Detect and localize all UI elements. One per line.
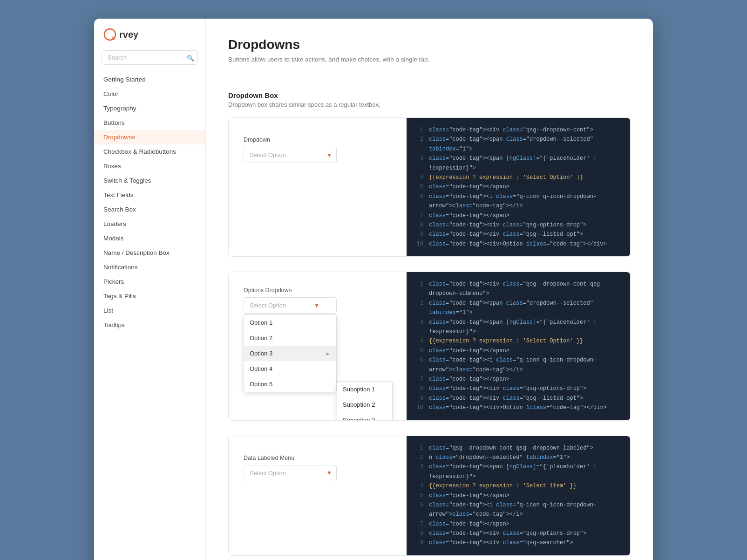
sidebar-item-getting-started[interactable]: Getting Started	[94, 72, 205, 87]
sidebar-item-color[interactable]: Color	[94, 87, 205, 101]
code-line: 2 n class="dropdown--selected" tabindex=…	[416, 453, 621, 462]
submenu: Suboption 1 Suboption 2 Suboption 3	[337, 381, 393, 420]
suboption-2[interactable]: Suboption 2	[337, 397, 392, 412]
demo-card-options: Options Dropdown Select Option ▼ Option …	[228, 272, 631, 420]
option-2[interactable]: Option 2	[244, 330, 336, 346]
section-title-dropdown-box: Dropdown Box	[228, 91, 631, 99]
code-line: 1class="code-tag"><div class="qsg--dropd…	[416, 280, 621, 299]
sidebar-item-buttons[interactable]: Buttons	[94, 116, 205, 130]
sidebar-item-text-fields[interactable]: Text Fields	[94, 188, 205, 202]
code-line: 7 class="code-tag"></span>	[416, 211, 621, 220]
sidebar-item-search-box[interactable]: Search Box	[94, 202, 205, 217]
demo-card-dropdown-box: Dropdown Select Option ▼ 1class="code-ta…	[228, 117, 631, 257]
search-input[interactable]	[102, 50, 198, 65]
code-line: 2 class="code-tag"><span class="dropdown…	[416, 299, 621, 318]
demo-pane-labeled: Data Labeled Menu Select Option ▼	[229, 436, 407, 555]
options-dropdown-label: Options Dropdown	[244, 287, 292, 294]
code-line: 4 {{expression ? expression : 'Select Op…	[416, 173, 621, 182]
code-line: 6 class="code-tag"><i class="q-icon q-ic…	[416, 355, 621, 375]
code-line: 5 class="code-tag"></span>	[416, 182, 621, 191]
labeled-menu-label: Data Labeled Menu	[244, 455, 294, 461]
dropdown-box-select[interactable]: Select Option	[244, 147, 337, 163]
sidebar-item-switch[interactable]: Switch & Toggles	[94, 173, 205, 188]
section-data-labeled: Data Labeled Menu Select Option ▼ 1 clas…	[228, 436, 631, 556]
code-line: 3 class="code-tag"><span [ngClass]="{'pl…	[416, 318, 621, 337]
code-line: 1class="code-tag"><div class="qsg--dropd…	[416, 125, 621, 135]
option-3[interactable]: Option 3 ► Suboption 1 Suboption 2 Subop…	[244, 346, 336, 361]
code-line: 8 class="code-tag"><div class="qsg-optio…	[416, 384, 621, 393]
options-arrow-icon: ▼	[314, 302, 319, 309]
sidebar-item-boxes[interactable]: Boxes	[94, 159, 205, 173]
code-line: 2 class="code-tag"><span class="dropdown…	[416, 135, 621, 154]
suboption-3[interactable]: Suboption 3	[337, 412, 392, 420]
divider	[228, 78, 631, 78]
logo: rvey	[94, 28, 205, 50]
logo-icon	[103, 28, 116, 41]
demo-pane-1: Dropdown Select Option ▼	[229, 118, 407, 256]
sidebar-item-name-desc[interactable]: Name / Description Box	[94, 246, 205, 260]
sidebar-nav: Getting StartedColorTypographyButtonsDro…	[94, 72, 205, 559]
option-5[interactable]: Option 5	[244, 376, 336, 392]
options-placeholder: Select Option	[250, 302, 286, 309]
page-subtitle: Buttons allow users to take actions, and…	[228, 56, 631, 63]
sidebar-item-list[interactable]: List	[94, 303, 205, 318]
code-line: 6 class="code-tag"><i class="q-icon q-ic…	[416, 192, 621, 211]
code-line: 4 {{expression ? expression : 'Select Op…	[416, 336, 621, 346]
code-line: 10 class="code-tag"><div>Option 1class="…	[416, 239, 621, 249]
option-4[interactable]: Option 4	[244, 361, 336, 376]
code-line: 5 class="code-tag"></span>	[416, 491, 621, 500]
sidebar-item-tooltips[interactable]: Tooltips	[94, 318, 205, 332]
option-1[interactable]: Option 1	[244, 315, 336, 330]
code-line: 4 {{expression ? expression : 'Select it…	[416, 481, 621, 491]
code-line: 7 class="code-tag"></span>	[416, 375, 621, 384]
logo-text: rvey	[119, 29, 138, 40]
sidebar-item-pickers[interactable]: Pickers	[94, 274, 205, 289]
code-line: 6 class="code-tag"><i class="q-icon q-ic…	[416, 500, 621, 519]
code-line: 8 class="code-tag"><div class="qsg-optio…	[416, 220, 621, 230]
dropdown-box-wrapper: Select Option ▼	[244, 147, 337, 163]
page-title: Dropdowns	[228, 37, 631, 52]
suboption-1[interactable]: Suboption 1	[337, 382, 392, 397]
labeled-dropdown-wrapper: Select Option ▼	[244, 465, 337, 481]
code-pane-1: 1class="code-tag"><div class="qsg--dropd…	[407, 118, 630, 256]
options-dropdown-menu: Option 1 Option 2 Option 3 ► Suboption 1…	[244, 314, 337, 392]
code-line: 9 class="code-tag"><div class="qsg--list…	[416, 394, 621, 403]
search-button[interactable]: 🔍	[187, 54, 194, 61]
labeled-dropdown-select[interactable]: Select Option	[244, 465, 337, 481]
section-options-dropdown: Options Dropdown Select Option ▼ Option …	[228, 272, 631, 420]
code-line: 8 class="code-tag"><div class="qsg-optio…	[416, 529, 621, 538]
sidebar-item-notifications[interactable]: Notifications	[94, 260, 205, 274]
section-dropdown-box: Dropdown Box Dropdown box shares similar…	[228, 91, 631, 257]
code-pane-3: 1 class="qsg--dropdown-cont qsg--dropdow…	[407, 436, 630, 555]
code-line: 1 class="qsg--dropdown-cont qsg--dropdow…	[416, 444, 621, 453]
sidebar-search-wrapper: 🔍	[102, 50, 198, 65]
sidebar-item-typography[interactable]: Typography	[94, 101, 205, 116]
code-line: 5 class="code-tag"></span>	[416, 346, 621, 355]
section-desc-dropdown-box: Dropdown box shares similar specs as a r…	[228, 101, 631, 108]
options-dropdown-wrapper: Select Option ▼ Option 1 Option 2 Option…	[244, 297, 337, 314]
sidebar-item-dropdowns[interactable]: Dropdowns	[94, 130, 205, 144]
sidebar-item-loaders[interactable]: Loaders	[94, 217, 205, 231]
app-window: rvey 🔍 Getting StartedColorTypographyBut…	[94, 19, 653, 560]
main-content: Dropdowns Buttons allow users to take ac…	[206, 19, 653, 560]
code-line: 3 class="code-tag"><span [ngClass]="{'pl…	[416, 154, 621, 173]
code-line: 9 class="code-tag"><div class="qsg-searc…	[416, 538, 621, 547]
sidebar: rvey 🔍 Getting StartedColorTypographyBut…	[94, 19, 206, 560]
code-line: 3 class="code-tag"><span [ngClass]="{'pl…	[416, 462, 621, 481]
code-pane-2: 1class="code-tag"><div class="qsg--dropd…	[407, 272, 630, 420]
sidebar-item-modals[interactable]: Modals	[94, 231, 205, 246]
code-line: 10 class="code-tag"><div>Option 1class="…	[416, 403, 621, 412]
code-line: 9 class="code-tag"><div class="qsg--list…	[416, 230, 621, 239]
sidebar-item-checkbox[interactable]: Checkbox & Radiobuttons	[94, 144, 205, 159]
demo-label-1: Dropdown	[244, 137, 270, 143]
demo-card-labeled: Data Labeled Menu Select Option ▼ 1 clas…	[228, 436, 631, 556]
chevron-right-icon: ►	[326, 351, 331, 356]
options-dropdown-select[interactable]: Select Option ▼	[244, 297, 337, 314]
sidebar-item-tags-pills[interactable]: Tags & Pills	[94, 289, 205, 303]
demo-pane-options: Options Dropdown Select Option ▼ Option …	[229, 272, 407, 420]
code-line: 7 class="code-tag"></span>	[416, 519, 621, 529]
